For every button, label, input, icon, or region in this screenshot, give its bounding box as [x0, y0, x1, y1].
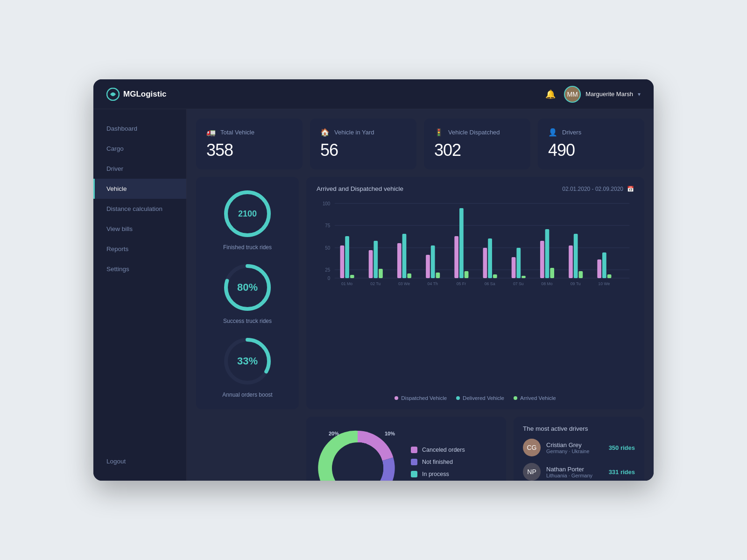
svg-text:06 Sa: 06 Sa [485, 281, 495, 286]
svg-rect-22 [374, 241, 378, 278]
svg-rect-23 [379, 269, 383, 278]
svg-rect-31 [436, 273, 440, 278]
user-name: Marguerite Marsh [585, 91, 633, 98]
drivers-icon: 👤 [548, 128, 557, 137]
svg-text:75: 75 [325, 223, 330, 228]
stat-card-vehicle-yard: 🏠 Vehicle in Yard 56 [310, 119, 416, 169]
svg-text:08 Mo: 08 Mo [541, 281, 552, 286]
svg-rect-37 [483, 248, 487, 278]
driver-item-2: NP Nathan Porter Lithuania · Germany 331… [523, 463, 635, 481]
svg-rect-53 [597, 259, 601, 278]
chart-area: 100 75 50 25 0 01 Mo [317, 199, 634, 389]
user-info[interactable]: MM Marguerite Marsh ▾ [564, 86, 641, 103]
metric-value-finished: 2100 [238, 209, 257, 219]
sidebar-item-distance[interactable]: Distance calculation [93, 199, 186, 219]
stat-value-total: 358 [206, 140, 292, 160]
metric-label-annual: Annual orders boost [222, 392, 272, 398]
svg-rect-17 [340, 245, 345, 278]
svg-rect-19 [350, 275, 354, 278]
svg-text:07 Su: 07 Su [513, 281, 524, 286]
svg-text:05 Fr: 05 Fr [457, 281, 466, 286]
stat-label-dispatched: Vehicle Dispatched [448, 129, 500, 136]
svg-text:50: 50 [325, 245, 330, 251]
bell-icon[interactable]: 🔔 [545, 89, 556, 99]
sidebar-item-reports[interactable]: Reports [93, 239, 186, 259]
stat-value-dispatched: 302 [434, 140, 520, 160]
sidebar-item-cargo[interactable]: Cargo [93, 139, 186, 159]
yard-icon: 🏠 [320, 128, 330, 137]
svg-rect-30 [431, 245, 435, 278]
circle-success: 80% [222, 262, 273, 313]
svg-text:100: 100 [323, 201, 331, 206]
donut-color-canceled [411, 447, 417, 453]
stat-label-yard: Vehicle in Yard [334, 129, 374, 136]
svg-rect-45 [540, 241, 544, 278]
sidebar-item-driver[interactable]: Driver [93, 159, 186, 179]
stat-label-total: Total Vehicle [220, 129, 254, 136]
driver-rides-2: 331 rides [609, 469, 635, 476]
logo-text: MGLogistic [123, 90, 167, 99]
chart-legend: Dispatched Vehicle Delivered Vehicle Arr… [317, 395, 634, 401]
svg-rect-29 [426, 255, 430, 278]
svg-text:25: 25 [325, 267, 330, 273]
metric-label-success: Success truck rides [223, 318, 272, 324]
svg-text:01 Mo: 01 Mo [341, 281, 352, 286]
sidebar-item-bills[interactable]: View bills [93, 219, 186, 239]
svg-rect-35 [465, 271, 469, 278]
calendar-icon[interactable]: 📅 [627, 186, 634, 192]
driver-route-2: Lithuania · Germany [546, 473, 603, 478]
chart-title: Arrived and Dispatched vehicle [317, 185, 403, 192]
metric-finished-rides: 2100 Finished truck rides [222, 188, 273, 251]
svg-rect-50 [574, 234, 578, 278]
metric-annual-boost: 33% Annual orders boost [222, 336, 273, 398]
metric-label-finished: Finished truck rides [223, 244, 272, 251]
stat-header-yard: 🏠 Vehicle in Yard [320, 128, 406, 137]
donut-color-not-finished [411, 459, 417, 465]
circle-finished: 2100 [222, 188, 273, 239]
sidebar-item-vehicle[interactable]: Vehicle [93, 179, 186, 199]
driver-info-2: Nathan Porter Lithuania · Germany [546, 466, 603, 478]
header: MGLogistic 🔔 MM Marguerite Marsh ▾ [93, 79, 654, 109]
bottom-row: 20% 10% 25% 45% Canceled orders Not fini… [196, 417, 644, 481]
drivers-panel: The most active drivers CG Cristian Grey… [514, 417, 644, 481]
svg-rect-39 [493, 274, 497, 278]
logo: MGLogistic [106, 88, 167, 101]
svg-text:0: 0 [328, 276, 331, 281]
drivers-panel-title: The most active drivers [523, 425, 635, 432]
middle-row: 2100 Finished truck rides 80% [196, 177, 644, 409]
content: 🚛 Total Vehicle 358 🏠 Vehicle in Yard 56… [187, 109, 654, 481]
svg-text:10 We: 10 We [598, 281, 610, 286]
stat-label-drivers: Drivers [562, 129, 581, 136]
svg-rect-46 [545, 229, 550, 278]
legend-dispatched: Dispatched Vehicle [395, 395, 447, 401]
stat-value-drivers: 490 [548, 140, 634, 160]
svg-rect-18 [345, 236, 349, 278]
logo-icon [106, 88, 120, 101]
svg-rect-33 [454, 236, 458, 278]
bottom-left-spacer [196, 417, 299, 481]
chevron-down-icon: ▾ [638, 91, 641, 98]
svg-text:04 Th: 04 Th [428, 281, 438, 286]
svg-text:09 Tu: 09 Tu [571, 281, 581, 286]
sidebar-item-dashboard[interactable]: Dashboard [93, 119, 186, 139]
svg-rect-55 [607, 274, 612, 278]
donut-label-not-finished: Not finished [411, 459, 472, 465]
svg-rect-38 [488, 238, 492, 278]
driver-info-1: Cristian Grey Germany · Ukraine [546, 441, 603, 454]
metric-success-rides: 80% Success truck rides [222, 262, 273, 324]
driver-avatar-2: NP [523, 463, 541, 481]
donut-panel: 20% 10% 25% 45% Canceled orders Not fini… [306, 417, 506, 481]
sidebar-logout[interactable]: Logout [93, 451, 186, 471]
svg-rect-51 [578, 271, 583, 278]
dispatched-icon: 🚦 [434, 128, 444, 137]
svg-rect-54 [602, 252, 606, 278]
driver-name-2: Nathan Porter [546, 466, 603, 473]
sidebar-item-settings[interactable]: Settings [93, 259, 186, 279]
svg-rect-34 [459, 208, 464, 278]
donut-chart: 20% 10% 25% 45% [316, 426, 400, 481]
svg-rect-41 [512, 257, 516, 278]
stat-header-dispatched: 🚦 Vehicle Dispatched [434, 128, 520, 137]
legend-dot-arrived [514, 396, 517, 400]
driver-avatar-1: CG [523, 439, 541, 456]
driver-rides-1: 350 rides [609, 444, 635, 451]
